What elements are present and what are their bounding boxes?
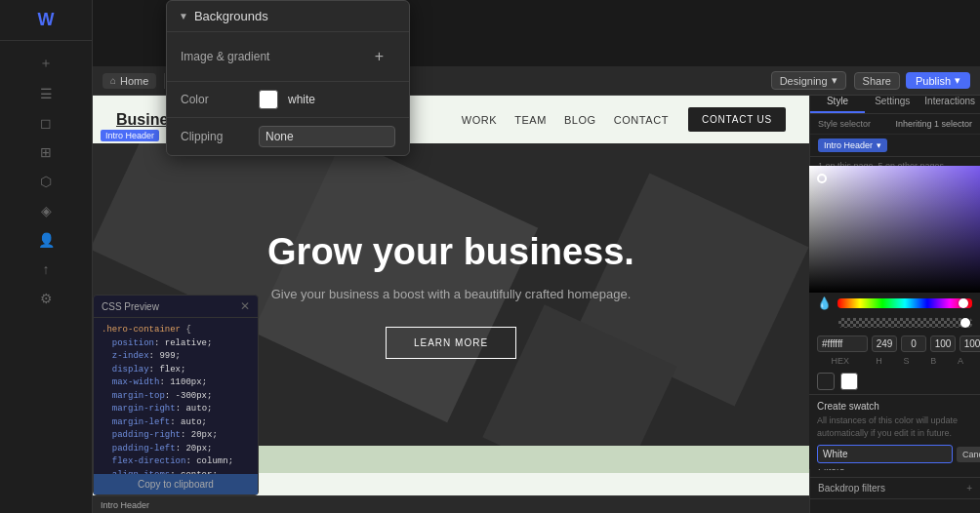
color-name: white — [288, 93, 315, 106]
color-label: Color — [181, 93, 249, 106]
hero-content: Grow your business. Give your business a… — [267, 231, 634, 359]
tag-label: Intro Header — [824, 140, 873, 150]
sidebar-icon-assets[interactable]: ⊞ — [0, 138, 92, 166]
hex-input[interactable] — [817, 335, 868, 352]
sidebar-icon-add[interactable]: ＋ — [0, 49, 92, 78]
bottom-bar-label: Intro Header — [101, 500, 149, 510]
toolbar-actions: Share Publish ▾ — [854, 72, 970, 90]
opacity-slider-row — [809, 314, 980, 332]
publish-button[interactable]: Publish ▾ — [906, 72, 970, 89]
sidebar-icon-ecommerce[interactable]: ◈ — [0, 197, 92, 224]
swatch-name-input[interactable] — [817, 445, 953, 463]
css-prop-3: display — [102, 365, 149, 375]
sidebar-icon-seo[interactable]: ↑ — [0, 256, 92, 283]
home-icon: ⌂ — [110, 75, 116, 86]
color-swatch[interactable] — [259, 90, 278, 109]
css-val-8: : 20px; — [181, 430, 218, 440]
backdrop-filters-plus-icon[interactable]: + — [966, 483, 972, 493]
sidebar-icon-user[interactable]: 👤 — [0, 226, 92, 254]
backgrounds-panel-header: ▼ Backgrounds — [167, 1, 409, 32]
b-input[interactable] — [930, 335, 956, 352]
css-val-10: : column; — [185, 456, 233, 466]
hue-slider-row: 💧 — [809, 293, 980, 314]
css-prop-4: max-width — [102, 377, 159, 387]
toolbar-home[interactable]: ⌂ Home — [102, 73, 156, 89]
h-input[interactable] — [872, 335, 897, 352]
css-close-button[interactable]: ✕ — [240, 300, 250, 312]
backgrounds-chevron-icon: ▼ — [179, 11, 188, 21]
clipping-select[interactable]: None Border Box Padding Box Content Box — [259, 126, 395, 147]
eyedropper-button[interactable]: 💧 — [817, 296, 832, 310]
hero-cta-button[interactable]: LEARN MORE — [386, 327, 516, 359]
css-preview-panel: CSS Preview ✕ .hero-container { position… — [93, 295, 259, 495]
image-gradient-label: Image & gradient — [181, 50, 353, 63]
bottom-bar: Intro Header — [93, 495, 809, 513]
css-val-1: : relative; — [154, 338, 212, 348]
opacity-thumb — [960, 318, 970, 328]
tag-chevron: ▾ — [877, 140, 881, 150]
sidebar-icon-integrations[interactable]: ⚙ — [0, 285, 92, 312]
site-nav-links: WORK TEAM BLOG CONTACT — [462, 114, 669, 126]
hero-subtitle: Give your business a boost with a beauti… — [267, 287, 634, 301]
copy-to-clipboard-button[interactable]: Copy to clipboard — [94, 474, 258, 494]
css-val-9: : 20px; — [176, 444, 213, 454]
s-label: S — [895, 356, 919, 366]
add-background-button[interactable]: + — [363, 40, 395, 73]
create-swatch-title: Create swatch — [817, 401, 972, 412]
css-val-6: : auto; — [176, 404, 213, 414]
create-swatch-section: Create swatch All instances of this colo… — [809, 394, 980, 469]
css-val-4: : 1100px; — [159, 377, 207, 387]
publish-chevron: ▾ — [955, 74, 960, 87]
swatches-row — [809, 369, 980, 394]
css-preview-header: CSS Preview ✕ — [94, 296, 258, 318]
backdrop-filters-label: Backdrop filters — [818, 483, 885, 493]
a-input[interactable] — [960, 335, 980, 352]
intro-header-tag[interactable]: Intro Header ▾ — [818, 138, 887, 152]
hue-thumb — [959, 298, 968, 308]
css-prop-1: position — [102, 338, 154, 348]
nav-link-team[interactable]: TEAM — [514, 114, 547, 126]
contact-us-button[interactable]: CONTACT US — [688, 107, 786, 132]
nav-link-blog[interactable]: BLOG — [564, 114, 596, 126]
css-val-2: : 999; — [149, 351, 181, 361]
css-selector: .hero-container — [102, 325, 181, 335]
color-gradient-picker[interactable] — [809, 166, 980, 293]
designing-mode[interactable]: Designing ▾ — [771, 71, 846, 90]
nav-link-work[interactable]: WORK — [462, 114, 497, 126]
opacity-slider[interactable] — [838, 318, 972, 328]
css-preview-title: CSS Preview — [102, 301, 159, 312]
css-val-5: : -300px; — [165, 391, 213, 401]
publish-label: Publish — [916, 75, 951, 87]
sidebar-icon-components[interactable]: ◻ — [0, 109, 92, 137]
sidebar-icon-pages[interactable]: ☰ — [0, 80, 92, 107]
css-prop-2: z-index — [102, 351, 149, 361]
clipping-label: Clipping — [181, 130, 249, 143]
style-selector-row: Style selector Inheriting 1 selector — [810, 114, 980, 135]
home-label: Home — [120, 75, 148, 87]
color-row: Color white — [167, 82, 409, 118]
backdrop-filters-row[interactable]: Backdrop filters + — [810, 478, 980, 499]
nav-link-contact[interactable]: CONTACT — [614, 114, 669, 126]
image-gradient-row: Image & gradient + — [167, 32, 409, 82]
designing-label: Designing — [780, 75, 828, 87]
left-sidebar: W ＋ ☰ ◻ ⊞ ⬡ ◈ 👤 ↑ ⚙ — [0, 0, 93, 513]
a-label: A — [949, 356, 972, 366]
swatch-black[interactable] — [817, 373, 835, 390]
sidebar-icon-cms[interactable]: ⬡ — [0, 168, 92, 195]
hero-title: Grow your business. — [267, 231, 634, 273]
b-label: B — [921, 356, 945, 366]
intro-header-canvas-label: Intro Header — [101, 130, 159, 141]
swatch-white[interactable] — [840, 373, 858, 390]
clipping-row: Clipping None Border Box Padding Box Con… — [167, 118, 409, 155]
style-selector-value: Inheriting 1 selector — [895, 119, 972, 129]
s-input[interactable] — [901, 335, 926, 352]
color-picker-dot — [817, 174, 827, 183]
cancel-button[interactable]: Cancel — [957, 447, 980, 462]
style-selector-label: Style selector — [818, 119, 871, 129]
share-button[interactable]: Share — [854, 72, 900, 90]
hue-slider[interactable] — [837, 298, 972, 308]
sidebar-nav: ＋ ☰ ◻ ⊞ ⬡ ◈ 👤 ↑ ⚙ — [0, 41, 92, 320]
hex-label: HEX — [817, 356, 864, 366]
css-open-brace: { — [185, 325, 190, 335]
css-val-7: : auto; — [170, 417, 207, 427]
